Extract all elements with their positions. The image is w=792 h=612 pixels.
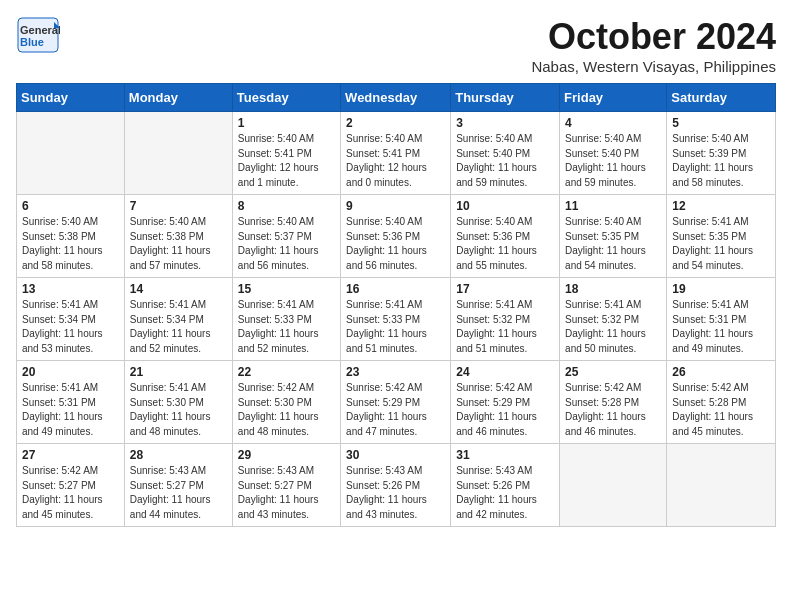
page-header: General Blue October 2024 Nabas, Western… [16,16,776,75]
day-number: 14 [130,282,227,296]
calendar-cell: 11Sunrise: 5:40 AMSunset: 5:35 PMDayligh… [560,195,667,278]
calendar-cell: 1Sunrise: 5:40 AMSunset: 5:41 PMDaylight… [232,112,340,195]
day-number: 18 [565,282,661,296]
svg-text:Blue: Blue [20,36,44,48]
location-title: Nabas, Western Visayas, Philippines [531,58,776,75]
day-number: 27 [22,448,119,462]
weekday-header-wednesday: Wednesday [341,84,451,112]
weekday-header-row: SundayMondayTuesdayWednesdayThursdayFrid… [17,84,776,112]
day-number: 10 [456,199,554,213]
weekday-header-sunday: Sunday [17,84,125,112]
day-detail: Sunrise: 5:41 AMSunset: 5:30 PMDaylight:… [130,381,227,439]
calendar-cell: 15Sunrise: 5:41 AMSunset: 5:33 PMDayligh… [232,278,340,361]
day-detail: Sunrise: 5:43 AMSunset: 5:27 PMDaylight:… [130,464,227,522]
day-number: 2 [346,116,445,130]
day-number: 16 [346,282,445,296]
calendar-cell: 21Sunrise: 5:41 AMSunset: 5:30 PMDayligh… [124,361,232,444]
day-number: 4 [565,116,661,130]
calendar-cell: 24Sunrise: 5:42 AMSunset: 5:29 PMDayligh… [451,361,560,444]
calendar-cell: 10Sunrise: 5:40 AMSunset: 5:36 PMDayligh… [451,195,560,278]
weekday-header-tuesday: Tuesday [232,84,340,112]
calendar-week-row: 1Sunrise: 5:40 AMSunset: 5:41 PMDaylight… [17,112,776,195]
day-number: 31 [456,448,554,462]
day-detail: Sunrise: 5:40 AMSunset: 5:35 PMDaylight:… [565,215,661,273]
calendar-cell: 28Sunrise: 5:43 AMSunset: 5:27 PMDayligh… [124,444,232,527]
day-number: 1 [238,116,335,130]
calendar-cell: 7Sunrise: 5:40 AMSunset: 5:38 PMDaylight… [124,195,232,278]
day-detail: Sunrise: 5:41 AMSunset: 5:35 PMDaylight:… [672,215,770,273]
day-number: 8 [238,199,335,213]
day-detail: Sunrise: 5:40 AMSunset: 5:36 PMDaylight:… [456,215,554,273]
day-number: 17 [456,282,554,296]
day-number: 13 [22,282,119,296]
day-detail: Sunrise: 5:40 AMSunset: 5:38 PMDaylight:… [130,215,227,273]
calendar-cell: 20Sunrise: 5:41 AMSunset: 5:31 PMDayligh… [17,361,125,444]
day-number: 29 [238,448,335,462]
day-detail: Sunrise: 5:43 AMSunset: 5:26 PMDaylight:… [456,464,554,522]
day-detail: Sunrise: 5:40 AMSunset: 5:38 PMDaylight:… [22,215,119,273]
day-detail: Sunrise: 5:40 AMSunset: 5:41 PMDaylight:… [346,132,445,190]
day-number: 30 [346,448,445,462]
day-number: 6 [22,199,119,213]
calendar-week-row: 6Sunrise: 5:40 AMSunset: 5:38 PMDaylight… [17,195,776,278]
calendar-cell: 22Sunrise: 5:42 AMSunset: 5:30 PMDayligh… [232,361,340,444]
calendar-cell: 2Sunrise: 5:40 AMSunset: 5:41 PMDaylight… [341,112,451,195]
day-detail: Sunrise: 5:41 AMSunset: 5:33 PMDaylight:… [238,298,335,356]
logo: General Blue [16,16,60,54]
day-detail: Sunrise: 5:41 AMSunset: 5:32 PMDaylight:… [456,298,554,356]
day-detail: Sunrise: 5:40 AMSunset: 5:37 PMDaylight:… [238,215,335,273]
day-detail: Sunrise: 5:42 AMSunset: 5:30 PMDaylight:… [238,381,335,439]
calendar-cell [17,112,125,195]
day-number: 3 [456,116,554,130]
logo-icon: General Blue [16,16,60,54]
day-detail: Sunrise: 5:41 AMSunset: 5:34 PMDaylight:… [22,298,119,356]
day-detail: Sunrise: 5:42 AMSunset: 5:29 PMDaylight:… [346,381,445,439]
day-number: 21 [130,365,227,379]
calendar-cell: 16Sunrise: 5:41 AMSunset: 5:33 PMDayligh… [341,278,451,361]
calendar-week-row: 20Sunrise: 5:41 AMSunset: 5:31 PMDayligh… [17,361,776,444]
day-detail: Sunrise: 5:41 AMSunset: 5:34 PMDaylight:… [130,298,227,356]
calendar-week-row: 13Sunrise: 5:41 AMSunset: 5:34 PMDayligh… [17,278,776,361]
calendar-cell: 12Sunrise: 5:41 AMSunset: 5:35 PMDayligh… [667,195,776,278]
weekday-header-saturday: Saturday [667,84,776,112]
calendar-cell: 30Sunrise: 5:43 AMSunset: 5:26 PMDayligh… [341,444,451,527]
calendar-table: SundayMondayTuesdayWednesdayThursdayFrid… [16,83,776,527]
day-number: 28 [130,448,227,462]
calendar-cell: 19Sunrise: 5:41 AMSunset: 5:31 PMDayligh… [667,278,776,361]
day-detail: Sunrise: 5:40 AMSunset: 5:39 PMDaylight:… [672,132,770,190]
calendar-cell: 18Sunrise: 5:41 AMSunset: 5:32 PMDayligh… [560,278,667,361]
calendar-cell: 13Sunrise: 5:41 AMSunset: 5:34 PMDayligh… [17,278,125,361]
calendar-week-row: 27Sunrise: 5:42 AMSunset: 5:27 PMDayligh… [17,444,776,527]
day-detail: Sunrise: 5:43 AMSunset: 5:27 PMDaylight:… [238,464,335,522]
day-detail: Sunrise: 5:41 AMSunset: 5:31 PMDaylight:… [672,298,770,356]
weekday-header-monday: Monday [124,84,232,112]
day-detail: Sunrise: 5:42 AMSunset: 5:28 PMDaylight:… [672,381,770,439]
day-number: 12 [672,199,770,213]
day-detail: Sunrise: 5:40 AMSunset: 5:40 PMDaylight:… [456,132,554,190]
calendar-cell: 14Sunrise: 5:41 AMSunset: 5:34 PMDayligh… [124,278,232,361]
calendar-cell [667,444,776,527]
calendar-cell: 29Sunrise: 5:43 AMSunset: 5:27 PMDayligh… [232,444,340,527]
day-number: 24 [456,365,554,379]
calendar-cell: 8Sunrise: 5:40 AMSunset: 5:37 PMDaylight… [232,195,340,278]
calendar-cell: 5Sunrise: 5:40 AMSunset: 5:39 PMDaylight… [667,112,776,195]
day-number: 25 [565,365,661,379]
day-detail: Sunrise: 5:41 AMSunset: 5:33 PMDaylight:… [346,298,445,356]
calendar-cell: 6Sunrise: 5:40 AMSunset: 5:38 PMDaylight… [17,195,125,278]
calendar-cell: 9Sunrise: 5:40 AMSunset: 5:36 PMDaylight… [341,195,451,278]
day-number: 15 [238,282,335,296]
day-detail: Sunrise: 5:40 AMSunset: 5:36 PMDaylight:… [346,215,445,273]
day-detail: Sunrise: 5:40 AMSunset: 5:41 PMDaylight:… [238,132,335,190]
calendar-cell: 25Sunrise: 5:42 AMSunset: 5:28 PMDayligh… [560,361,667,444]
day-detail: Sunrise: 5:42 AMSunset: 5:29 PMDaylight:… [456,381,554,439]
day-detail: Sunrise: 5:41 AMSunset: 5:32 PMDaylight:… [565,298,661,356]
day-number: 9 [346,199,445,213]
title-block: October 2024 Nabas, Western Visayas, Phi… [531,16,776,75]
day-number: 26 [672,365,770,379]
month-title: October 2024 [531,16,776,58]
day-detail: Sunrise: 5:41 AMSunset: 5:31 PMDaylight:… [22,381,119,439]
day-detail: Sunrise: 5:43 AMSunset: 5:26 PMDaylight:… [346,464,445,522]
day-detail: Sunrise: 5:40 AMSunset: 5:40 PMDaylight:… [565,132,661,190]
day-number: 7 [130,199,227,213]
calendar-cell: 23Sunrise: 5:42 AMSunset: 5:29 PMDayligh… [341,361,451,444]
